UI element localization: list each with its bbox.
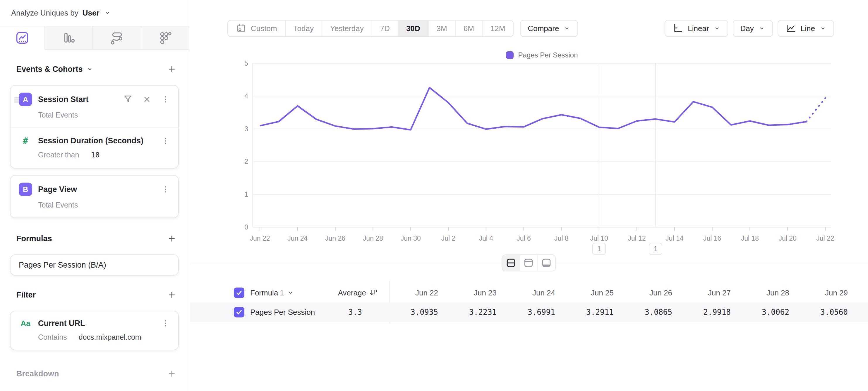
svg-text:3: 3 <box>244 125 248 133</box>
filter-card-current-url[interactable]: Aa Current URL Contains docs.mixpanel.co… <box>10 311 179 350</box>
select-all-checkbox[interactable] <box>234 287 244 298</box>
breakdown-section-title: Breakdown <box>17 369 59 379</box>
svg-text:Jul 4: Jul 4 <box>479 234 493 242</box>
drag-handle-icon[interactable] <box>13 95 20 104</box>
report-type-tabs <box>0 26 189 50</box>
average-sort-header[interactable]: Average <box>338 288 390 298</box>
event-card-page-view[interactable]: B Page View Total Events <box>10 175 179 218</box>
chevron-down-icon <box>287 289 294 296</box>
row-average-value: 3.3 <box>348 308 390 316</box>
table-cell: 3.0935 <box>390 308 448 316</box>
tab-insights[interactable] <box>0 26 45 50</box>
svg-text:Jul 2: Jul 2 <box>441 234 456 242</box>
tab-bar-chart[interactable] <box>45 26 93 50</box>
annotation-badge[interactable]: 1 <box>649 243 662 255</box>
svg-text:Jul 12: Jul 12 <box>628 234 646 242</box>
formula-name: Pages Per Session (B/A) <box>19 260 106 270</box>
table-cell: 3.0865 <box>624 308 683 316</box>
property-name: Session Duration (Seconds) <box>38 136 144 145</box>
svg-text:Jun 22: Jun 22 <box>250 234 270 242</box>
series-dropdown[interactable]: Formula 1 <box>250 288 294 298</box>
formulas-section-header: Formulas <box>10 234 179 243</box>
retention-icon <box>158 31 172 45</box>
row-checkbox[interactable] <box>234 307 244 317</box>
bar-chart-icon <box>62 31 75 45</box>
table-cell: 3.2231 <box>448 308 507 316</box>
svg-text:Jul 16: Jul 16 <box>703 234 721 242</box>
date-column-header: Jun 29 <box>800 288 858 298</box>
filter-operator[interactable]: Contains <box>38 333 67 341</box>
table-header-row: Formula 1 Average Jun 22 Jun 23 Jun 24 <box>190 283 868 303</box>
svg-text:Jun 28: Jun 28 <box>363 234 383 242</box>
event-name: Page View <box>38 185 77 194</box>
table-view-icon <box>540 257 552 269</box>
filter-icon[interactable] <box>123 94 133 105</box>
add-formula-button[interactable] <box>167 234 177 243</box>
svg-text:Jul 18: Jul 18 <box>741 234 759 242</box>
table-cell: 3.0560 <box>800 308 858 316</box>
table-cell: 3.2911 <box>566 308 624 316</box>
svg-text:Jul 8: Jul 8 <box>554 234 569 242</box>
event-measurement[interactable]: Total Events <box>10 106 178 128</box>
event-letter-badge: A <box>19 93 32 106</box>
insights-icon <box>16 31 29 45</box>
split-view-icon <box>505 257 517 269</box>
date-column-header: Jun 26 <box>624 288 683 298</box>
results-table: Formula 1 Average Jun 22 Jun 23 Jun 24 <box>190 283 868 322</box>
view-split-button[interactable] <box>502 255 520 271</box>
event-letter-badge: B <box>19 183 32 196</box>
property-value[interactable]: 10 <box>91 151 99 159</box>
svg-text:1: 1 <box>244 191 248 198</box>
svg-text:0: 0 <box>244 223 248 231</box>
date-column-header: Jun 28 <box>741 288 800 298</box>
analyze-prefix-label: Analyze Uniques by <box>11 8 79 18</box>
svg-text:Jul 22: Jul 22 <box>816 234 834 242</box>
chevron-down-icon <box>103 9 111 17</box>
svg-text:Jul 14: Jul 14 <box>665 234 684 242</box>
table-cell: 2.9918 <box>683 308 741 316</box>
property-operator[interactable]: Greater than <box>38 151 79 159</box>
numeric-rollup-card[interactable]: # Session Duration (Seconds) Greater tha… <box>10 128 178 168</box>
view-table-only-button[interactable] <box>537 255 555 271</box>
annotation-badge[interactable]: 1 <box>592 243 606 255</box>
kebab-menu-icon[interactable] <box>161 184 170 194</box>
table-row[interactable]: Pages Per Session 3.3 3.0935 3.2231 3.69… <box>190 303 868 322</box>
events-section-header: Events & Cohorts <box>10 64 179 74</box>
filter-value[interactable]: docs.mixpanel.com <box>79 333 141 341</box>
chart-plot[interactable]: 012345Jun 22Jun 24Jun 26Jun 28Jun 30Jul … <box>190 0 868 391</box>
event-card-session-start[interactable]: A Session Start Total Events # <box>10 85 179 169</box>
kebab-menu-icon[interactable] <box>161 94 170 104</box>
sidebar: Analyze Uniques by User <box>0 0 189 391</box>
kebab-menu-icon[interactable] <box>161 318 170 328</box>
date-column-header: Jun 27 <box>683 288 741 298</box>
chevron-down-icon[interactable] <box>86 66 93 73</box>
tab-flows[interactable] <box>93 26 141 50</box>
svg-text:Jul 6: Jul 6 <box>517 234 531 242</box>
svg-text:Jul 20: Jul 20 <box>779 234 797 242</box>
event-measurement[interactable]: Total Events <box>10 196 178 218</box>
view-chart-only-button[interactable] <box>520 255 537 271</box>
svg-text:Jun 24: Jun 24 <box>287 234 308 242</box>
formulas-section-title: Formulas <box>17 234 52 243</box>
kebab-menu-icon[interactable] <box>161 136 170 146</box>
date-column-header: Jun 23 <box>448 288 507 298</box>
view-toggle <box>502 254 556 272</box>
add-filter-button[interactable] <box>167 290 177 300</box>
svg-text:Jul 10: Jul 10 <box>590 234 608 242</box>
chart-view-icon <box>523 257 534 269</box>
string-property-icon: Aa <box>19 319 32 328</box>
add-breakdown-button[interactable] <box>167 369 177 379</box>
formula-card[interactable]: Pages Per Session (B/A) <box>10 254 179 276</box>
breakdown-section-header: Breakdown <box>10 369 179 379</box>
close-icon[interactable] <box>142 94 152 104</box>
table-cell: 3.6991 <box>507 308 566 316</box>
analyze-by-dropdown[interactable]: User <box>83 8 99 18</box>
filter-section-title: Filter <box>17 290 36 300</box>
svg-text:2: 2 <box>244 158 248 165</box>
tab-retention[interactable] <box>141 26 189 50</box>
events-section-title: Events & Cohorts <box>17 65 83 74</box>
sort-descending-icon <box>369 288 378 298</box>
svg-text:Jun 30: Jun 30 <box>401 234 421 242</box>
svg-text:4: 4 <box>244 92 248 100</box>
add-event-button[interactable] <box>167 64 177 74</box>
